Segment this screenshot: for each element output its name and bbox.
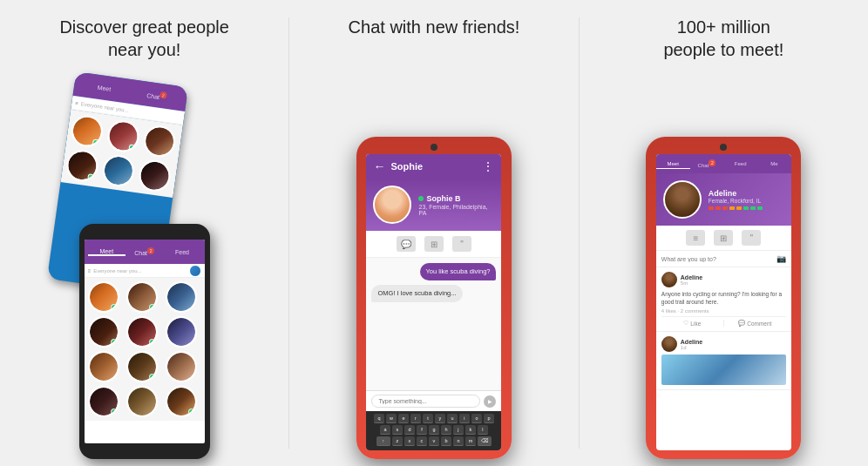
message-received: OMG! I love scuba diving... bbox=[371, 285, 462, 302]
user-avatar-small bbox=[189, 265, 201, 277]
key-m[interactable]: m bbox=[465, 436, 476, 446]
chat-message-input[interactable] bbox=[371, 395, 480, 408]
avatar-item[interactable] bbox=[166, 316, 197, 348]
profile-sub: Female, Rockford, IL bbox=[709, 198, 784, 204]
profile-tab-chat[interactable]: Chat2 bbox=[690, 158, 724, 170]
key-i[interactable]: i bbox=[459, 414, 470, 423]
key-g[interactable]: g bbox=[429, 425, 439, 435]
key-b[interactable]: b bbox=[441, 436, 451, 446]
chat-title: Chat with new friends! bbox=[349, 16, 520, 38]
filter-icon-2: ≡ bbox=[88, 268, 92, 274]
discover-panel: Discover great peoplenear you! Meet Chat… bbox=[0, 0, 288, 466]
key-n[interactable]: n bbox=[453, 436, 464, 446]
key-u[interactable]: u bbox=[447, 414, 458, 423]
avatar-item[interactable] bbox=[166, 281, 197, 313]
key-k[interactable]: k bbox=[465, 425, 476, 435]
key-q[interactable]: q bbox=[374, 414, 384, 423]
back-tab-chat: Chat2 bbox=[130, 87, 184, 104]
post-2-avatar bbox=[661, 336, 677, 352]
key-r[interactable]: r bbox=[410, 414, 421, 423]
chat-bubble-icon[interactable]: 💬 bbox=[397, 236, 416, 252]
post-1-actions: ♡ Like 💬 Comment bbox=[661, 316, 786, 327]
key-backspace[interactable]: ⌫ bbox=[478, 436, 492, 446]
gallery-icon[interactable]: ⊞ bbox=[424, 236, 444, 252]
profile-gallery-icon[interactable]: ⊞ bbox=[714, 230, 733, 246]
more-icon[interactable]: ⋮ bbox=[482, 159, 494, 173]
post-1-time: 5m bbox=[681, 280, 786, 286]
front-tab-chat: Chat2 bbox=[125, 247, 163, 256]
front-filter-bar: ≡ Everyone near you... bbox=[85, 264, 205, 278]
chat-badge: 2 bbox=[159, 91, 167, 99]
key-a[interactable]: a bbox=[380, 425, 390, 435]
message-sent: You like scuba diving? bbox=[420, 263, 497, 280]
online-dot bbox=[111, 339, 117, 345]
comment-label: Comment bbox=[747, 321, 771, 327]
avatar-item[interactable] bbox=[126, 316, 158, 348]
quote-icon[interactable]: " bbox=[452, 236, 471, 252]
key-l[interactable]: l bbox=[478, 425, 488, 435]
chat-panel: Chat with new friends! ← Sophie ⋮ bbox=[289, 0, 578, 466]
key-z[interactable]: z bbox=[392, 436, 403, 446]
online-dot bbox=[92, 139, 99, 146]
key-j[interactable]: j bbox=[453, 425, 464, 435]
profile-tab-feed[interactable]: Feed bbox=[723, 159, 757, 168]
filter-icon: ≡ bbox=[75, 100, 78, 105]
send-button[interactable]: ▶ bbox=[484, 395, 496, 408]
key-x[interactable]: x bbox=[404, 436, 415, 446]
key-o[interactable]: o bbox=[471, 414, 482, 423]
right-phone: Meet Chat2 Feed Me Adeline Female, Rockf… bbox=[646, 137, 801, 459]
avatar-item[interactable] bbox=[166, 386, 197, 417]
key-d[interactable]: d bbox=[404, 425, 415, 435]
key-f[interactable]: f bbox=[417, 425, 427, 435]
avatar-item[interactable] bbox=[126, 386, 158, 417]
profile-tab-meet[interactable]: Meet bbox=[656, 159, 690, 169]
key-v[interactable]: v bbox=[429, 436, 439, 446]
feed-section: 📷 Adeline 5m Anyone into cyc bbox=[656, 251, 791, 450]
chat-profile-info: Sophie B 23, Female, Philadelphia, PA bbox=[418, 194, 494, 216]
avatar-item[interactable] bbox=[88, 386, 119, 417]
post-2-header: Adeline 1d bbox=[661, 336, 786, 352]
post-2-image bbox=[661, 355, 786, 385]
profile-quote-icon[interactable]: " bbox=[742, 230, 761, 246]
chat-contact-avatar bbox=[373, 186, 411, 224]
discover-title: Discover great peoplenear you! bbox=[59, 16, 229, 61]
post-1-avatar bbox=[661, 272, 677, 287]
compat-dot-8 bbox=[757, 206, 763, 210]
profile-info: Adeline Female, Rockford, IL bbox=[709, 189, 784, 210]
like-button[interactable]: ♡ Like bbox=[661, 320, 723, 327]
profile-screen: Meet Chat2 Feed Me Adeline Female, Rockf… bbox=[656, 154, 791, 450]
feed-search-input[interactable] bbox=[661, 256, 773, 262]
key-p[interactable]: p bbox=[484, 414, 494, 423]
key-w[interactable]: w bbox=[386, 414, 397, 423]
feed-post-1: Adeline 5m Anyone into cycling or runnin… bbox=[656, 267, 791, 332]
key-shift[interactable]: ↑ bbox=[376, 436, 390, 446]
compat-dot-2 bbox=[715, 206, 721, 210]
avatar-item[interactable] bbox=[166, 351, 197, 382]
avatar-item bbox=[64, 148, 100, 184]
avatar-item[interactable] bbox=[126, 281, 158, 313]
comment-button[interactable]: 💬 Comment bbox=[724, 320, 786, 327]
phone-front: Meet Chat2 Feed ≡ Everyone near you... bbox=[79, 224, 210, 459]
key-s[interactable]: s bbox=[392, 425, 403, 435]
middle-phone: ← Sophie ⋮ Sophie B 23, Female, Philade bbox=[356, 137, 512, 459]
front-phone-screen: Meet Chat2 Feed ≡ Everyone near you... bbox=[85, 240, 205, 443]
compat-dot-3 bbox=[722, 206, 728, 210]
back-filter-label: Everyone near you... bbox=[80, 101, 129, 113]
key-h[interactable]: h bbox=[441, 425, 451, 435]
key-c[interactable]: c bbox=[417, 436, 427, 446]
compatibility-bar bbox=[709, 206, 784, 210]
key-t[interactable]: t bbox=[423, 414, 433, 423]
keyboard: q w e r t y u i o p a bbox=[366, 411, 501, 450]
avatar-item bbox=[137, 159, 173, 194]
avatar-item[interactable] bbox=[88, 316, 119, 348]
avatar-item[interactable] bbox=[126, 351, 158, 382]
key-y[interactable]: y bbox=[435, 414, 445, 423]
camera-icon[interactable]: 📷 bbox=[776, 254, 786, 263]
avatar-item[interactable] bbox=[88, 351, 119, 382]
profile-list-icon[interactable]: ≡ bbox=[686, 230, 705, 246]
avatar-item[interactable] bbox=[88, 281, 119, 313]
compat-dot-5 bbox=[736, 206, 742, 210]
back-arrow-icon[interactable]: ← bbox=[373, 159, 385, 173]
profile-tab-me[interactable]: Me bbox=[757, 159, 791, 168]
key-e[interactable]: e bbox=[398, 414, 409, 423]
